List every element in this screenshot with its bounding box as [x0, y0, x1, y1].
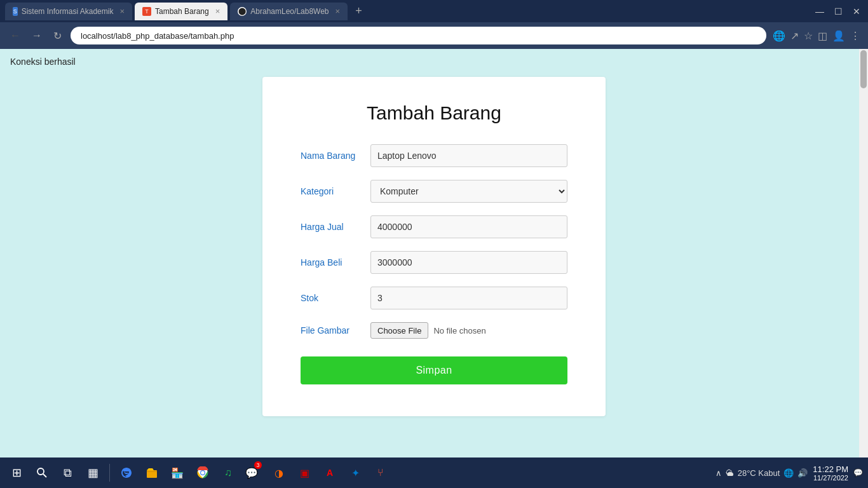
- tab-github-label: AbrahamLeo/Lab8Web: [250, 7, 329, 16]
- harga-beli-row: Harga Beli: [301, 251, 567, 274]
- adobe-icon[interactable]: A: [318, 461, 341, 484]
- menu-icon[interactable]: ⋮: [850, 30, 860, 42]
- tab-akademik-close[interactable]: ×: [119, 6, 125, 16]
- tab-github[interactable]: ⬤ AbrahamLeo/Lab8Web ×: [230, 3, 348, 20]
- taskbar: ⊞ ⧉ ▦ 🏪 ♫ 💬 3 ◑ ▣ A ✦: [0, 458, 868, 488]
- taskbar-clock[interactable]: 11:22 PM 11/27/2022: [813, 464, 848, 482]
- clock-time: 11:22 PM: [813, 464, 848, 474]
- nama-barang-input[interactable]: [370, 144, 567, 167]
- favorites-icon[interactable]: ☆: [804, 30, 813, 42]
- tab-akademik[interactable]: S Sistem Informasi Akademik ×: [5, 3, 132, 20]
- forward-button[interactable]: →: [29, 29, 44, 43]
- file-gambar-row: File Gambar Choose File No file chosen: [301, 322, 567, 339]
- nama-barang-label: Nama Barang: [301, 151, 370, 161]
- svg-point-4: [201, 471, 205, 475]
- harga-jual-label: Harga Jual: [301, 222, 370, 232]
- temp-value: 28°C Kabut: [738, 468, 780, 478]
- explorer-icon[interactable]: [140, 461, 163, 484]
- tab-akademik-label: Sistem Informasi Akademik: [22, 7, 114, 16]
- tab-tambah-close[interactable]: ×: [215, 6, 220, 16]
- edge-icon[interactable]: [115, 461, 138, 484]
- profile-icon[interactable]: 👤: [832, 30, 845, 42]
- harga-jual-input[interactable]: [370, 215, 567, 238]
- stok-input[interactable]: [370, 287, 567, 309]
- weather-icon: 🌥: [726, 468, 734, 478]
- favicon-github: ⬤: [238, 7, 247, 16]
- scrollbar-track[interactable]: [859, 49, 868, 458]
- store-icon[interactable]: 🏪: [166, 461, 189, 484]
- app2-icon[interactable]: ▣: [293, 461, 316, 484]
- reload-button[interactable]: ↻: [51, 29, 64, 43]
- taskbar-right: ∧ 🌥 28°C Kabut 🌐 🔊 11:22 PM 11/27/2022 💬: [715, 464, 863, 482]
- koneksi-message: Koneksi berhasil: [10, 57, 858, 67]
- favicon-tambah: T: [142, 7, 151, 16]
- stok-row: Stok: [301, 287, 567, 309]
- simpan-button[interactable]: Simpan: [301, 356, 567, 384]
- kategori-row: Kategori Komputer Elektronik Aksesoris L…: [301, 180, 567, 203]
- window-controls: — ☐ ✕: [813, 6, 863, 17]
- translate-icon[interactable]: 🌐: [773, 30, 785, 42]
- up-arrow-icon[interactable]: ∧: [715, 468, 722, 478]
- clock-date: 11/27/2022: [813, 474, 848, 482]
- file-input-wrapper: Choose File No file chosen: [370, 322, 486, 339]
- favicon-akademik: S: [13, 7, 18, 16]
- taskview-button[interactable]: ⧉: [56, 461, 79, 484]
- git-icon[interactable]: ⑂: [369, 461, 392, 484]
- new-tab-button[interactable]: +: [350, 4, 367, 18]
- spotify-icon[interactable]: ♫: [217, 461, 240, 484]
- harga-jual-row: Harga Jual: [301, 215, 567, 238]
- share-icon[interactable]: ↗: [790, 30, 799, 42]
- temperature-text: 28°C Kabut: [738, 468, 780, 478]
- file-gambar-label: File Gambar: [301, 325, 370, 336]
- stok-label: Stok: [301, 293, 370, 303]
- svg-line-1: [43, 474, 46, 477]
- svg-point-0: [37, 468, 44, 475]
- tab-tambah-label: Tambah Barang: [155, 7, 209, 16]
- volume-icon[interactable]: 🔊: [797, 468, 808, 478]
- minimize-button[interactable]: —: [813, 6, 827, 17]
- browser-toolbar-icons: 🌐 ↗ ☆ ◫ 👤 ⋮: [773, 30, 860, 42]
- app1-icon[interactable]: ◑: [268, 461, 290, 484]
- browser-titlebar: S Sistem Informasi Akademik × T Tambah B…: [0, 0, 868, 22]
- tab-tambah[interactable]: T Tambah Barang ×: [135, 3, 227, 20]
- chrome-icon[interactable]: [191, 461, 214, 484]
- system-tray-icons: ∧ 🌥 28°C Kabut 🌐 🔊: [715, 468, 808, 478]
- harga-beli-label: Harga Beli: [301, 257, 370, 268]
- vscode-icon[interactable]: ✦: [344, 461, 367, 484]
- no-file-text: No file chosen: [433, 326, 485, 336]
- address-input[interactable]: [71, 27, 766, 44]
- maximize-button[interactable]: ☐: [832, 6, 845, 17]
- choose-file-button[interactable]: Choose File: [370, 322, 428, 339]
- harga-beli-input[interactable]: [370, 251, 567, 274]
- split-icon[interactable]: ◫: [818, 30, 827, 42]
- page-content: Koneksi berhasil Tambah Barang Nama Bara…: [0, 49, 868, 468]
- close-button[interactable]: ✕: [850, 6, 863, 17]
- search-button[interactable]: [31, 461, 53, 484]
- tab-github-close[interactable]: ×: [336, 6, 341, 16]
- whatsapp-icon[interactable]: 💬 3: [242, 461, 265, 484]
- widgets-button[interactable]: ▦: [81, 461, 104, 484]
- notification-icon[interactable]: 💬: [853, 468, 863, 477]
- network-icon[interactable]: 🌐: [783, 468, 794, 478]
- scrollbar-thumb[interactable]: [860, 50, 867, 88]
- taskbar-separator: [109, 464, 110, 482]
- address-bar: ← → ↻ 🌐 ↗ ☆ ◫ 👤 ⋮: [0, 22, 868, 49]
- back-button[interactable]: ←: [8, 29, 23, 43]
- kategori-select[interactable]: Komputer Elektronik Aksesoris Lainnya: [370, 180, 567, 203]
- form-container: Tambah Barang Nama Barang Kategori Kompu…: [262, 77, 606, 416]
- kategori-label: Kategori: [301, 186, 370, 196]
- form-title: Tambah Barang: [301, 102, 567, 124]
- start-button[interactable]: ⊞: [5, 461, 28, 484]
- nama-barang-row: Nama Barang: [301, 144, 567, 167]
